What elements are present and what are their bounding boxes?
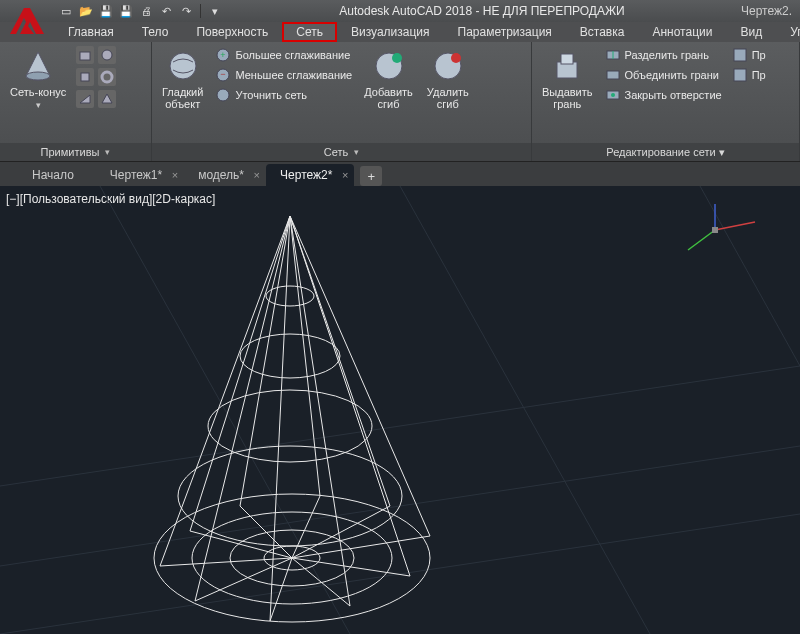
more-smooth-icon: + (215, 47, 231, 63)
tab-model[interactable]: модель*× (184, 164, 266, 186)
viewport[interactable]: [−][Пользовательский вид][2D-каркас] (0, 186, 800, 634)
prim-sphere-icon[interactable] (98, 46, 116, 64)
svg-rect-19 (607, 71, 619, 79)
svg-line-31 (688, 230, 715, 250)
title-doc-name: Чертеж2. (741, 4, 796, 18)
menu-home[interactable]: Главная (54, 22, 128, 42)
menu-bar: Главная Тело Поверхность Сеть Визуализац… (0, 22, 800, 42)
less-smooth-icon: − (215, 67, 231, 83)
split-icon (605, 47, 621, 63)
wireframe-cone (120, 206, 460, 626)
tab-start[interactable]: Начало (18, 164, 96, 186)
add-crease-button[interactable]: Добавить сгиб (360, 46, 417, 112)
qat-print-icon[interactable]: 🖨 (138, 3, 154, 19)
panel-primitives-title: Примитивы (41, 146, 100, 158)
svg-text:−: − (221, 69, 226, 79)
svg-rect-22 (734, 49, 746, 61)
remove-crease-button[interactable]: Удалить сгиб (423, 46, 473, 112)
menu-surface[interactable]: Поверхность (182, 22, 282, 42)
menu-solid[interactable]: Тело (128, 22, 183, 42)
svg-line-59 (292, 496, 320, 558)
prim-wedge-icon[interactable] (76, 90, 94, 108)
qat-dropdown-icon[interactable]: ▾ (207, 3, 223, 19)
close-icon[interactable]: × (172, 169, 178, 181)
panel-mesh: Гладкий объект +Большее сглаживание −Мен… (152, 42, 532, 161)
cone-icon (20, 48, 56, 84)
qat-save-icon[interactable]: 💾 (98, 3, 114, 19)
svg-point-4 (102, 72, 112, 82)
extrude-icon (549, 48, 585, 84)
add-crease-label: Добавить сгиб (364, 86, 413, 110)
close-hole-button[interactable]: Закрыть отверстие (603, 86, 724, 104)
panel-edit-title: Редактирование сети ▾ (606, 146, 724, 159)
more-smooth-button[interactable]: +Большее сглаживание (213, 46, 354, 64)
svg-line-37 (290, 216, 350, 606)
split-face-button[interactable]: Разделить грань (603, 46, 724, 64)
qat-redo-icon[interactable]: ↷ (178, 3, 194, 19)
menu-view[interactable]: Вид (726, 22, 776, 42)
pr2-button[interactable]: Пр (730, 66, 768, 84)
menu-manage[interactable]: Упр (776, 22, 800, 42)
pr2-icon (732, 67, 748, 83)
close-hole-icon (605, 87, 621, 103)
svg-line-53 (195, 558, 292, 601)
merge-icon (605, 67, 621, 83)
svg-point-14 (451, 53, 461, 63)
svg-line-43 (190, 216, 290, 531)
remove-crease-icon (430, 48, 466, 84)
prim-pyramid-icon[interactable] (98, 90, 116, 108)
expand-icon[interactable]: ▾ (105, 147, 110, 157)
app-logo[interactable] (6, 4, 50, 38)
cone-label: Сеть-конус (10, 86, 66, 98)
qat-open-icon[interactable]: 📂 (78, 3, 94, 19)
panel-mesh-title: Сеть (324, 146, 348, 158)
refine-mesh-button[interactable]: Уточнить сеть (213, 86, 354, 104)
svg-line-35 (195, 216, 290, 601)
svg-point-2 (102, 50, 112, 60)
svg-point-12 (392, 53, 402, 63)
title-bar-text: Autodesk AutoCAD 2018 - НЕ ДЛЯ ПЕРЕПРОДА… (227, 4, 737, 18)
svg-line-52 (160, 558, 292, 566)
panel-primitives: Сеть-конус ▾ Примитивы▾ (0, 42, 152, 161)
primitive-small-buttons (76, 46, 116, 108)
mesh-cone-button[interactable]: Сеть-конус ▾ (6, 46, 70, 112)
qat-new-icon[interactable]: ▭ (58, 3, 74, 19)
pr1-icon (732, 47, 748, 63)
smooth-label: Гладкий объект (162, 86, 203, 110)
tab-drawing2[interactable]: Чертеж2*× (266, 164, 354, 186)
add-tab-button[interactable]: + (360, 166, 382, 186)
menu-annotate[interactable]: Аннотации (638, 22, 726, 42)
prim-torus-icon[interactable] (98, 68, 116, 86)
svg-point-21 (611, 93, 615, 97)
svg-rect-16 (561, 54, 573, 64)
svg-rect-23 (734, 69, 746, 81)
quick-access-toolbar: ▭ 📂 💾 💾 🖨 ↶ ↷ ▾ Autodesk AutoCAD 2018 - … (0, 0, 800, 22)
extrude-label: Выдавить грань (542, 86, 593, 110)
ucs-gizmo[interactable] (670, 200, 760, 260)
less-smooth-button[interactable]: −Меньшее сглаживание (213, 66, 354, 84)
qat-undo-icon[interactable]: ↶ (158, 3, 174, 19)
tab-drawing1[interactable]: Чертеж1*× (96, 164, 184, 186)
smooth-object-button[interactable]: Гладкий объект (158, 46, 207, 112)
extrude-face-button[interactable]: Выдавить грань (538, 46, 597, 112)
prim-box-icon[interactable] (76, 46, 94, 64)
pr1-button[interactable]: Пр (730, 46, 768, 64)
merge-face-button[interactable]: Объединить грани (603, 66, 724, 84)
qat-saveas-icon[interactable]: 💾 (118, 3, 134, 19)
document-tabs: Начало Чертеж1*× модель*× Чертеж2*× + (0, 162, 800, 186)
menu-parametric[interactable]: Параметризация (444, 22, 566, 42)
menu-mesh[interactable]: Сеть (282, 22, 337, 42)
svg-rect-33 (712, 227, 718, 233)
menu-visualize[interactable]: Визуализация (337, 22, 444, 42)
remove-crease-label: Удалить сгиб (427, 86, 469, 110)
close-icon[interactable]: × (254, 169, 260, 181)
svg-rect-1 (80, 52, 90, 60)
prim-cylinder-icon[interactable] (76, 68, 94, 86)
svg-point-0 (26, 72, 50, 80)
menu-insert[interactable]: Вставка (566, 22, 639, 42)
close-icon[interactable]: × (342, 169, 348, 181)
smooth-icon (165, 48, 201, 84)
svg-line-30 (715, 222, 755, 230)
expand-icon[interactable]: ▾ (354, 147, 359, 157)
svg-point-44 (266, 286, 314, 306)
